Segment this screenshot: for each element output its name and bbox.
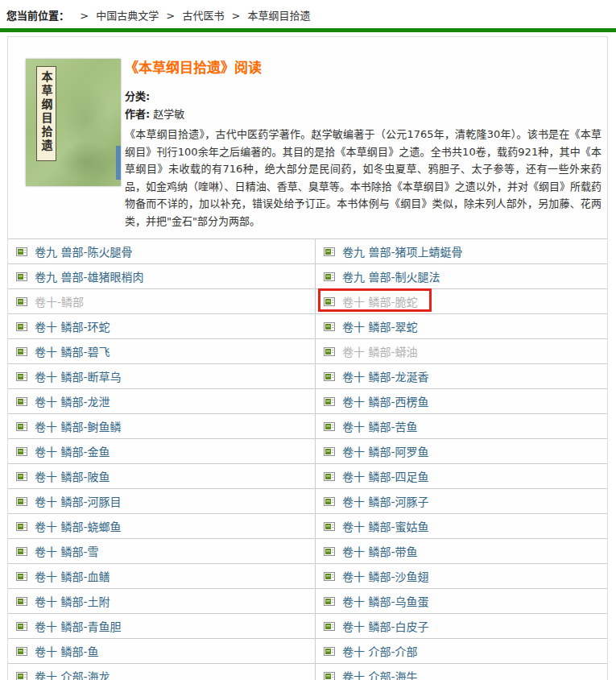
breadcrumb-separator: > (80, 10, 89, 22)
chapter-link[interactable]: 卷十 鳞部-鱼 (35, 643, 99, 659)
document-icon (16, 422, 27, 431)
cover-texture (58, 141, 114, 181)
document-icon (16, 447, 27, 456)
chapter-cell: 卷十 鳞部-翠蛇 (315, 314, 607, 339)
chapter-link[interactable]: 卷十 鳞部-带鱼 (342, 543, 418, 559)
chapter-cell: 卷十 鳞部-血鳝 (8, 564, 315, 589)
chapter-cell: 卷十 鳞部-沙鱼翅 (315, 564, 607, 589)
breadcrumb-separator: > (166, 10, 175, 22)
page: 您当前位置： > 中国古典文学 > 古代医书 > 本草纲目拾遗 本草纲目拾遗 《… (0, 0, 616, 680)
chapter-cell: 卷十 鳞部-四足鱼 (315, 464, 607, 489)
chapter-link[interactable]: 卷十 鳞部-鲥鱼鳞 (35, 418, 122, 434)
chapter-link[interactable]: 卷十 鳞部-西楞鱼 (342, 393, 429, 409)
document-icon (16, 297, 27, 306)
chapter-cell: 卷十 鳞部-蟒油 (315, 339, 607, 364)
document-icon (16, 572, 27, 581)
document-icon (324, 247, 335, 256)
chapter-cell: 卷九 兽部-陈火腿骨 (8, 239, 315, 264)
chapter-link[interactable]: 卷十 介部-海龙 (35, 668, 110, 680)
chapter-cell: 卷十 鳞部-西楞鱼 (315, 389, 607, 414)
chapter-link[interactable]: 卷十 介部-介部 (342, 643, 418, 659)
chapter-cell: 卷十 鳞部-乌鱼蛋 (315, 589, 607, 614)
document-icon (324, 272, 335, 281)
book-info: 《本草纲目拾遗》阅读 分类: 作者:赵学敏 《本草纲目拾遗》，古代中医药学著作。… (125, 56, 602, 230)
breadcrumb-link-current-book[interactable]: 本草纲目拾遗 (248, 10, 311, 22)
breadcrumb-link-medical-books[interactable]: 古代医书 (182, 10, 224, 22)
document-icon (16, 347, 27, 356)
chapter-link[interactable]: 卷十 鳞部-沙鱼翅 (342, 568, 429, 584)
chapter-link[interactable]: 卷九 兽部-猪项上蜻蜓骨 (342, 243, 463, 259)
chapter-link[interactable]: 卷十 鳞部-雪 (35, 543, 99, 559)
chapter-link[interactable]: 卷十 鳞部-环蛇 (35, 318, 110, 334)
chapter-cell: 卷十 鳞部-白皮子 (315, 614, 607, 639)
breadcrumb-separator: > (232, 10, 241, 22)
chapter-cell: 卷十 鳞部-陂鱼 (8, 464, 315, 489)
chapter-cell: 卷十 鳞部-河豚目 (8, 489, 315, 514)
document-icon (324, 422, 335, 431)
document-icon (16, 647, 27, 656)
document-icon (16, 372, 27, 381)
chapter-link: 卷十 鳞部-蟒油 (342, 343, 418, 359)
document-icon (324, 647, 335, 656)
book-cover-image[interactable]: 本草纲目拾遗 (26, 59, 121, 186)
breadcrumb-link-literature[interactable]: 中国古典文学 (96, 10, 159, 22)
chapter-cell: 卷十 鳞部-蛲螂鱼 (8, 514, 315, 539)
chapter-link[interactable]: 卷九 兽部-陈火腿骨 (35, 243, 133, 259)
document-icon (324, 597, 335, 606)
chapter-link[interactable]: 卷十 鳞部-青鱼胆 (35, 618, 122, 634)
chapter-link[interactable]: 卷十 鳞部-龙涎香 (342, 368, 429, 384)
chapter-link[interactable]: 卷十 鳞部-土附 (35, 593, 110, 609)
book-description: 《本草纲目拾遗》，古代中医药学著作。赵学敏编著于（公元1765年，清乾隆30年）… (125, 126, 602, 230)
chapter-cell: 卷十 鳞部-带鱼 (315, 539, 607, 564)
chapter-cell: 卷十 鳞部-环蛇 (8, 314, 315, 339)
document-icon (16, 672, 27, 680)
document-icon (324, 572, 335, 581)
document-icon (16, 622, 27, 631)
chapter-link[interactable]: 卷十 鳞部-断草乌 (35, 368, 122, 384)
chapter-cell: 卷九 兽部-雄猪眼梢肉 (8, 264, 315, 289)
document-icon (324, 547, 335, 556)
author-line: 作者:赵学敏 (125, 106, 602, 123)
chapter-link[interactable]: 卷十 鳞部-翠蛇 (342, 318, 418, 334)
chapter-link[interactable]: 卷十 鳞部-苦鱼 (342, 418, 418, 434)
document-icon (16, 547, 27, 556)
breadcrumb: 您当前位置： > 中国古典文学 > 古代医书 > 本草纲目拾遗 (6, 7, 311, 23)
document-icon (324, 297, 335, 306)
page-title: 《本草纲目拾遗》阅读 (125, 56, 602, 77)
author-value: 赵学敏 (153, 108, 184, 120)
chapter-link[interactable]: 卷十 鳞部-白皮子 (342, 618, 429, 634)
chapter-link[interactable]: 卷十 鳞部-河豚目 (35, 493, 122, 509)
chapter-cell: 卷十 鳞部-碧飞 (8, 339, 315, 364)
chapter-link[interactable]: 卷十 鳞部-乌鱼蛋 (342, 593, 429, 609)
chapter-cell: 卷十 鳞部-鲥鱼鳞 (8, 414, 315, 439)
cover-blue-mark (116, 146, 121, 180)
chapter-cell: 卷十 鳞部-青鱼胆 (8, 614, 315, 639)
chapter-link[interactable]: 卷十 鳞部-四足鱼 (342, 468, 429, 484)
chapter-link: 卷十-鳞部 (35, 293, 84, 309)
chapter-link[interactable]: 卷十 鳞部-蜜姑鱼 (342, 518, 429, 534)
chapter-link[interactable]: 卷十 鳞部-蛲螂鱼 (35, 518, 122, 534)
chapter-link[interactable]: 卷十 鳞部-金鱼 (35, 443, 110, 459)
chapter-cell: 卷十 介部-海龙 (8, 664, 315, 680)
chapter-link[interactable]: 卷九 兽部-雄猪眼梢肉 (35, 268, 144, 284)
content-panel: 本草纲目拾遗 《本草纲目拾遗》阅读 分类: 作者:赵学敏 《本草纲目拾遗》，古代… (7, 36, 608, 680)
document-icon (324, 397, 335, 406)
chapter-link[interactable]: 卷十 介部-海牛 (342, 668, 418, 680)
chapter-cell: 卷十 鳞部-河豚子 (315, 489, 607, 514)
chapter-cell: 卷十 鳞部-苦鱼 (315, 414, 607, 439)
chapter-link[interactable]: 卷十 鳞部-碧飞 (35, 343, 110, 359)
chapter-link[interactable]: 卷十 鳞部-阿罗鱼 (342, 443, 429, 459)
document-icon (16, 247, 27, 256)
chapter-link[interactable]: 卷十 鳞部-血鳝 (35, 568, 110, 584)
document-icon (16, 497, 27, 506)
chapter-cell: 卷十 介部-海牛 (315, 664, 607, 680)
chapter-link[interactable]: 卷九 兽部-制火腿法 (342, 268, 440, 284)
chapter-cell: 卷十 鳞部-蜜姑鱼 (315, 514, 607, 539)
chapter-cell: 卷十 鳞部-龙涎香 (315, 364, 607, 389)
chapter-link[interactable]: 卷十 鳞部-河豚子 (342, 493, 429, 509)
category-line: 分类: (125, 88, 602, 106)
cover-title-strip: 本草纲目拾遗 (36, 66, 56, 161)
chapter-cell: 卷十 鳞部-雪 (8, 539, 315, 564)
chapter-link[interactable]: 卷十 鳞部-陂鱼 (35, 468, 110, 484)
chapter-link[interactable]: 卷十 鳞部-龙泄 (35, 393, 110, 409)
